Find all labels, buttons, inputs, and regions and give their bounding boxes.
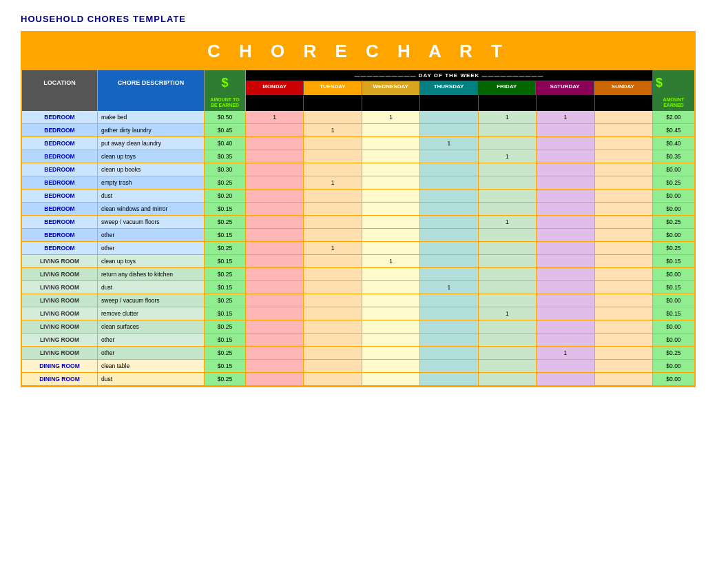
cell-day-wed [362, 163, 420, 176]
cell-day-fri [479, 203, 537, 215]
cell-day-tue [304, 373, 362, 385]
cell-day-sun [595, 137, 653, 150]
cell-day-mon [246, 360, 304, 372]
cell-day-mon [246, 281, 304, 294]
cell-amount-be: $0.20 [205, 190, 246, 202]
cell-amount-be: $0.25 [205, 268, 246, 280]
col-location-header: LOCATION [22, 70, 98, 95]
cell-day-mon [246, 268, 304, 280]
cell-day-mon [246, 124, 304, 136]
cell-chore: remove clutter [98, 307, 205, 320]
cell-day-fri [479, 334, 537, 346]
cell-amount-total: $0.25 [653, 347, 694, 359]
cell-location: LIVING ROOM [22, 347, 98, 359]
cell-location: BEDROOM [22, 150, 98, 163]
data-rows-container: BEDROOMmake bed$0.501111$2.00BEDROOMgath… [22, 111, 694, 386]
cell-amount-be: $0.25 [205, 216, 246, 228]
table-row: BEDROOMmake bed$0.501111$2.00 [22, 111, 694, 124]
cell-day-tue [304, 255, 362, 267]
cell-amount-total: $0.35 [653, 150, 694, 163]
cell-day-sat: 1 [537, 111, 594, 123]
cell-amount-total: $0.25 [653, 216, 694, 228]
cell-day-tue [304, 268, 362, 280]
table-row: LIVING ROOMother$0.251$0.25 [22, 347, 694, 360]
table-row: LIVING ROOMreturn any dishes to kitchen$… [22, 268, 694, 281]
cell-day-sun [595, 111, 653, 123]
cell-chore: other [98, 229, 205, 241]
cell-chore: clean windows and mirror [98, 203, 205, 215]
chart-container: C H O R E C H A R T LOCATION CHORE DESCR… [21, 31, 696, 387]
cell-day-tue [304, 307, 362, 320]
cell-day-mon [246, 294, 304, 307]
cell-day-thu [420, 203, 478, 215]
cell-chore: clean table [98, 360, 205, 372]
cell-day-wed [362, 334, 420, 346]
cell-day-sun [595, 294, 653, 307]
cell-day-wed [362, 229, 420, 241]
dow-section: —————————— DAY OF THE WEEK —————————— MO… [246, 70, 653, 95]
cell-day-mon [246, 307, 304, 320]
cell-day-sun [595, 268, 653, 280]
day-wednesday-header: WEDNESDAY [362, 81, 420, 95]
cell-chore: clean up toys [98, 255, 205, 267]
cell-day-wed [362, 373, 420, 385]
cell-day-tue [304, 360, 362, 372]
cell-day-tue [304, 163, 362, 176]
cell-day-sun [595, 373, 653, 385]
cell-day-sun [595, 190, 653, 202]
cell-day-mon [246, 320, 304, 333]
cell-day-wed [362, 124, 420, 136]
cell-day-sat [537, 320, 594, 333]
cell-amount-be: $0.50 [205, 111, 246, 123]
cell-day-wed [362, 216, 420, 228]
cell-amount-be: $0.15 [205, 229, 246, 241]
cell-location: DINING ROOM [22, 373, 98, 385]
cell-chore: gather dirty laundry [98, 124, 205, 136]
sub-header-row: AMOUNT TOBE EARNED AMOUNTEARNED [22, 95, 694, 111]
cell-day-sat [537, 360, 594, 372]
cell-day-sat [537, 255, 594, 267]
cell-day-tue [304, 190, 362, 202]
cell-day-wed [362, 294, 420, 307]
cell-day-fri: 1 [479, 111, 537, 123]
cell-day-sat [537, 334, 594, 346]
cell-chore: other [98, 334, 205, 346]
cell-day-wed [362, 281, 420, 294]
cell-day-fri [479, 137, 537, 150]
cell-day-fri [479, 347, 537, 359]
cell-amount-be: $0.25 [205, 242, 246, 254]
cell-day-tue [304, 216, 362, 228]
col-amount-be-header: $ [205, 70, 246, 95]
cell-day-sun [595, 124, 653, 136]
cell-day-sun [595, 203, 653, 215]
cell-amount-total: $0.40 [653, 137, 694, 150]
cell-amount-total: $0.00 [653, 229, 694, 241]
cell-day-tue [304, 347, 362, 359]
sub-amt-be: AMOUNT TOBE EARNED [205, 95, 246, 111]
cell-amount-total: $0.00 [653, 334, 694, 346]
cell-amount-be: $0.25 [205, 347, 246, 359]
cell-day-thu [420, 242, 478, 254]
table-row: LIVING ROOMdust$0.151$0.15 [22, 281, 694, 294]
table-row: BEDROOMdust$0.20$0.00 [22, 190, 694, 203]
cell-day-mon [246, 347, 304, 359]
table-row: LIVING ROOMremove clutter$0.151$0.15 [22, 307, 694, 320]
table-row: BEDROOMempty trash$0.251$0.25 [22, 176, 694, 190]
cell-amount-total: $0.00 [653, 203, 694, 215]
cell-day-mon [246, 229, 304, 241]
dollar-sign-be: $ [221, 76, 228, 89]
cell-day-fri [479, 229, 537, 241]
cell-amount-total: $0.00 [653, 190, 694, 202]
cell-day-sun [595, 255, 653, 267]
table-row: BEDROOMclean windows and mirror$0.15$0.0… [22, 203, 694, 216]
cell-location: LIVING ROOM [22, 320, 98, 333]
cell-amount-be: $0.15 [205, 334, 246, 346]
cell-day-sat [537, 373, 594, 385]
table-row: BEDROOMclean up books$0.30$0.00 [22, 163, 694, 176]
cell-location: BEDROOM [22, 111, 98, 123]
cell-day-sat [537, 268, 594, 280]
cell-day-mon [246, 163, 304, 176]
cell-amount-be: $0.15 [205, 281, 246, 294]
cell-day-wed [362, 190, 420, 202]
cell-day-tue [304, 137, 362, 150]
